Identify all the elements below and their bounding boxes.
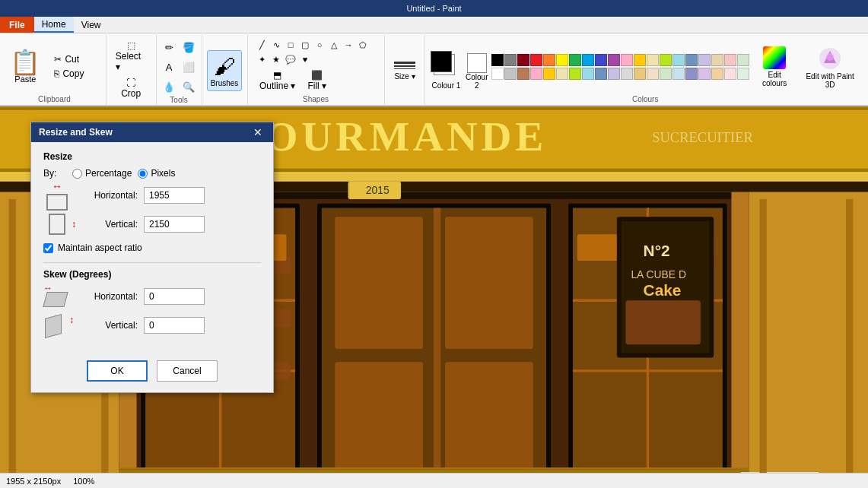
swatch-lavender[interactable] bbox=[698, 54, 711, 66]
edit-colours-button[interactable]: Edit colours bbox=[752, 43, 796, 90]
brushes-button[interactable]: 🖌 Brushes bbox=[207, 50, 243, 91]
eraser-tool[interactable]: ⬜ bbox=[180, 58, 198, 76]
horizontal-skew-input[interactable] bbox=[144, 288, 205, 305]
crop-button[interactable]: ⛶ Crop bbox=[111, 75, 151, 101]
swatch-slateblue[interactable] bbox=[595, 68, 607, 80]
swatch-steelblue[interactable] bbox=[685, 54, 698, 66]
swatch-brown[interactable] bbox=[517, 68, 529, 80]
horizontal-resize-input[interactable] bbox=[144, 187, 205, 204]
select-button[interactable]: ⬚ Select ▾ bbox=[111, 38, 151, 74]
canvas-area[interactable]: URE GOURMANDE SUCRECUITIER bbox=[0, 106, 868, 488]
svg-rect-26 bbox=[445, 362, 533, 477]
menu-file[interactable]: File bbox=[0, 17, 34, 33]
svg-rect-54 bbox=[760, 199, 767, 488]
swatch-lightgreen[interactable] bbox=[737, 54, 749, 66]
text-tool[interactable]: A bbox=[160, 58, 178, 76]
dialog-close-button[interactable]: ✕ bbox=[250, 127, 265, 138]
swatch-thistle[interactable] bbox=[698, 68, 711, 80]
swatch-gold2[interactable] bbox=[543, 68, 555, 80]
swatch-paleblue[interactable] bbox=[582, 68, 594, 80]
swatch-darkred[interactable] bbox=[517, 54, 529, 66]
shape-star4[interactable]: ✦ bbox=[255, 52, 269, 66]
pixels-radio-input[interactable] bbox=[138, 169, 148, 179]
swatch-cornflower[interactable] bbox=[685, 68, 698, 80]
swatch-white[interactable] bbox=[491, 68, 504, 80]
swatch-wheat[interactable] bbox=[647, 68, 659, 80]
swatch-cream[interactable] bbox=[556, 68, 568, 80]
swatch-yellowgreen[interactable] bbox=[569, 68, 581, 80]
copy-button[interactable]: ⎘ Copy bbox=[51, 67, 104, 81]
fill-button[interactable]: ⬛ Fill ▾ bbox=[303, 68, 331, 93]
swatch-aliceblue[interactable] bbox=[672, 68, 685, 80]
paste-button[interactable]: 📋 Paste bbox=[4, 47, 46, 87]
swatch-mintcream[interactable] bbox=[737, 68, 749, 80]
select-icon: ⬚ bbox=[127, 40, 135, 51]
shape-curve[interactable]: ∿ bbox=[269, 38, 283, 52]
swatch-lime[interactable] bbox=[660, 54, 672, 66]
swatch-mistyrose[interactable] bbox=[724, 68, 736, 80]
menu-view[interactable]: View bbox=[74, 17, 109, 33]
vertical-resize-input[interactable] bbox=[144, 216, 205, 233]
shape-arrow[interactable]: → bbox=[342, 38, 355, 52]
vertical-skew-input[interactable] bbox=[144, 317, 205, 334]
fill-tool[interactable]: 🪣 bbox=[180, 38, 198, 56]
swatch-lightyellow[interactable] bbox=[647, 54, 659, 66]
ok-button[interactable]: OK bbox=[87, 360, 148, 382]
shape-line[interactable]: ╱ bbox=[255, 38, 269, 52]
swatch-skyblue[interactable] bbox=[672, 54, 685, 66]
swatch-gray[interactable] bbox=[504, 54, 517, 66]
magnifier-tool[interactable]: 🔍 bbox=[180, 78, 198, 96]
swatch-red[interactable] bbox=[530, 54, 542, 66]
shape-star5[interactable]: ★ bbox=[269, 52, 283, 66]
swatch-pink2[interactable] bbox=[530, 68, 542, 80]
svg-rect-25 bbox=[335, 362, 423, 477]
colour2-button[interactable]: Colour 2 bbox=[465, 42, 488, 91]
swatch-periwinkle[interactable] bbox=[608, 68, 620, 80]
horizontal-resize-row: ↔ Horizontal: bbox=[43, 185, 261, 206]
percentage-radio[interactable]: Percentage bbox=[72, 168, 132, 179]
swatch-lightpink[interactable] bbox=[724, 54, 736, 66]
svg-rect-23 bbox=[335, 217, 423, 349]
shape-triangle[interactable]: △ bbox=[327, 38, 341, 52]
swatch-orange[interactable] bbox=[543, 54, 555, 66]
edit-paint3d-button[interactable]: Edit with Paint 3D bbox=[800, 42, 860, 92]
outline-button[interactable]: ⬒ Outline ▾ bbox=[255, 68, 300, 93]
shape-heart[interactable]: ♥ bbox=[298, 52, 312, 66]
swatch-khaki[interactable] bbox=[634, 68, 646, 80]
menu-home[interactable]: Home bbox=[34, 17, 74, 33]
swatch-honeydew[interactable] bbox=[660, 68, 672, 80]
swatch-yellow[interactable] bbox=[556, 54, 568, 66]
aspect-ratio-row: Maintain aspect ratio bbox=[43, 242, 261, 253]
percentage-radio-input[interactable] bbox=[72, 169, 82, 179]
dimensions-status: 1955 x 2150px bbox=[6, 477, 61, 486]
svg-point-1 bbox=[826, 53, 834, 61]
dialog-titlebar: Resize and Skew ✕ bbox=[31, 122, 273, 142]
swatch-blue[interactable] bbox=[595, 54, 607, 66]
pixels-radio[interactable]: Pixels bbox=[138, 168, 175, 179]
swatch-lightgray[interactable] bbox=[504, 68, 517, 80]
pencil-tool[interactable]: ✏ bbox=[160, 38, 178, 56]
cancel-button[interactable]: Cancel bbox=[157, 360, 218, 382]
maintain-aspect-checkbox[interactable] bbox=[43, 243, 53, 253]
cut-button[interactable]: ✂ Cut bbox=[51, 52, 104, 66]
shape-roundrect[interactable]: ▢ bbox=[298, 38, 312, 52]
swatch-tan[interactable] bbox=[711, 54, 723, 66]
shape-ellipse[interactable]: ○ bbox=[313, 38, 326, 52]
swatch-gold[interactable] bbox=[634, 54, 646, 66]
swatch-lightblue[interactable] bbox=[582, 54, 594, 66]
swatch-purple[interactable] bbox=[608, 54, 620, 66]
swatch-black[interactable] bbox=[491, 54, 504, 66]
skew-section-title: Skew (Degrees) bbox=[43, 269, 261, 280]
swatch-green[interactable] bbox=[569, 54, 581, 66]
shape-callout[interactable]: 💬 bbox=[284, 52, 297, 66]
size-button[interactable]: Size ▾ bbox=[388, 59, 421, 84]
color-picker-tool[interactable]: 💧 bbox=[160, 78, 178, 96]
swatch-silver[interactable] bbox=[621, 68, 633, 80]
colour1-swatch-container[interactable]: Colour 1 bbox=[430, 42, 462, 91]
shape-rect[interactable]: □ bbox=[284, 38, 297, 52]
swatch-pink[interactable] bbox=[621, 54, 633, 66]
swatch-moccasin[interactable] bbox=[711, 68, 723, 80]
dialog-title: Resize and Skew bbox=[39, 127, 113, 138]
shape-polygon[interactable]: ⬠ bbox=[356, 38, 370, 52]
maintain-aspect-label[interactable]: Maintain aspect ratio bbox=[58, 242, 142, 253]
